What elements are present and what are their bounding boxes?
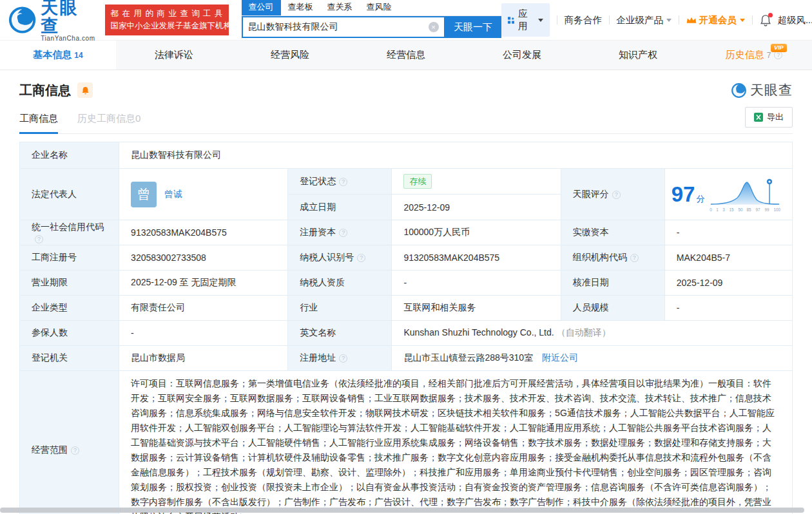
legal-rep-name-link[interactable]: 曾诚 — [164, 189, 182, 200]
staff-size-label: 人员规模 — [561, 296, 664, 321]
tab-operating-risk[interactable]: 经营风险 — [232, 41, 348, 70]
help-icon[interactable] — [630, 254, 639, 262]
credit-code-label: 统一社会信用代码 — [20, 220, 119, 245]
tab-count: 7 — [767, 51, 771, 60]
tab-legal-proceedings[interactable]: 法律诉讼 — [116, 41, 232, 70]
establish-date-label: 成立日期 — [288, 195, 392, 220]
search-tab-relation[interactable]: 查关系 — [320, 0, 360, 15]
subtab-history-business-info[interactable]: 历史工商信息0 — [77, 113, 140, 133]
divider — [557, 15, 557, 24]
taxpayer-id-label: 纳税人识别号 — [288, 245, 392, 271]
taxpayer-id-value: 91320583MAK204B575 — [392, 245, 561, 271]
reg-number-value: 320583002733508 — [119, 245, 288, 271]
excel-icon — [754, 113, 763, 122]
status-badge: 存续 — [403, 174, 432, 189]
chevron-down-icon — [740, 19, 745, 22]
reg-authority-label: 登记机关 — [20, 346, 119, 371]
company-nav-tabs: 基本信息 14 法律诉讼 经营风险 经营信息 公司发展 知识产权 VIP 历史信… — [0, 40, 812, 70]
nearby-companies-link[interactable]: 附近公司 — [542, 352, 578, 363]
apps-menu-label: 应用 — [518, 8, 531, 32]
reg-status-value: 存续 — [392, 169, 561, 195]
credit-code-value: 91320583MAK204B575 — [119, 220, 288, 245]
menu-business-cooperation[interactable]: 商务合作 — [565, 14, 602, 26]
notification-bell-icon[interactable] — [760, 14, 771, 26]
search-tab-risk[interactable]: 查风险 — [360, 0, 399, 15]
company-name-label: 企业名称 — [20, 142, 119, 169]
subscribe-bell-icon[interactable] — [77, 82, 93, 98]
legal-rep-label: 法定代表人 — [20, 169, 119, 220]
menu-enterprise-products[interactable]: 企业级产品 — [616, 14, 672, 26]
vip-badge: VIP — [771, 44, 787, 52]
promo-line-2: 国家中小企业发展子基金旗下机构 — [111, 20, 223, 32]
logo-title: 天眼查 — [41, 0, 95, 35]
search-button[interactable]: 天眼一下 — [445, 16, 501, 38]
section-head: 工商信息 天眼查 — [19, 81, 793, 99]
apps-menu[interactable]: 应用 — [501, 3, 550, 37]
subtab-business-info[interactable]: 工商信息 — [19, 113, 58, 133]
business-scope-value: 许可项目：互联网信息服务；第一类增值电信业务（依法须经批准的项目，经相关部门批准… — [119, 371, 793, 514]
apps-grid-icon — [508, 15, 514, 25]
score-distribution-chart: 01 315 5085 9799 100 — [710, 177, 782, 212]
tab-basic-info[interactable]: 基本信息 14 — [0, 41, 116, 70]
search-module: 查公司 查老板 查关系 查风险 × 天眼一下 — [242, 2, 501, 38]
tianyancha-watermark: 天眼查 — [731, 81, 793, 99]
org-code-value: MAK204B5-7 — [664, 245, 792, 271]
help-icon[interactable] — [35, 235, 43, 243]
paid-capital-value: - — [664, 220, 792, 245]
search-input-wrap: × — [242, 16, 445, 38]
help-icon[interactable] — [71, 446, 79, 455]
table-row: 企业名称 昆山数智科技有限公司 — [20, 142, 793, 169]
legal-rep-avatar[interactable]: 曾 — [131, 182, 157, 207]
tianyancha-logo[interactable]: 天眼查 TianYanCha.com — [8, 0, 96, 42]
top-menu: 应用 商务合作 企业级产品 开通会员 — [501, 3, 812, 37]
divider — [609, 15, 610, 24]
tab-history-info[interactable]: VIP 历史信息 7 — [696, 41, 812, 70]
reg-capital-label: 注册资本 — [288, 220, 392, 245]
menu-open-vip[interactable]: 开通会员 — [686, 14, 745, 26]
taxpayer-quality-label: 纳税人资质 — [288, 271, 392, 296]
promo-line-1: 都在用的商业查询工具 — [111, 8, 223, 20]
establish-date-value: 2025-12-09 — [392, 195, 561, 220]
org-code-label: 组织机构代码 — [561, 245, 664, 271]
table-row: 统一社会信用代码 91320583MAK204B575 注册资本 100000万… — [20, 220, 793, 245]
tab-intellectual-property[interactable]: 知识产权 — [580, 41, 696, 70]
section-title: 工商信息 — [19, 82, 71, 99]
help-icon[interactable] — [339, 354, 347, 363]
search-tab-company[interactable]: 查公司 — [242, 0, 281, 15]
taxpayer-quality-value: - — [392, 271, 561, 296]
table-row: 登记机关 昆山市数据局 注册地址 昆山市玉山镇登云路288号310室 附近公司 — [20, 346, 793, 371]
reg-authority-value: 昆山市数据局 — [119, 346, 288, 371]
watermark-text: 天眼查 — [750, 81, 793, 99]
help-icon[interactable] — [339, 229, 347, 237]
company-type-label: 企业类型 — [20, 296, 119, 321]
export-button[interactable]: 导出 — [745, 107, 793, 128]
search-input[interactable] — [243, 22, 429, 32]
english-name-value: Kunshan Shuzhi Technology Co., Ltd.（自动翻译… — [392, 321, 793, 346]
help-icon[interactable] — [357, 254, 365, 262]
tab-company-development[interactable]: 公司发展 — [464, 41, 580, 70]
help-icon[interactable] — [339, 178, 347, 186]
business-scope-label: 经营范围 — [20, 371, 119, 514]
table-row: 工商注册号 320583002733508 纳税人识别号 91320583MAK… — [20, 245, 793, 271]
approval-date-value: 2025-12-09 — [664, 271, 792, 296]
horizontal-scrollbar[interactable] — [0, 508, 804, 513]
tab-operating-info[interactable]: 经营信息 — [348, 41, 464, 70]
score-axis-ticks: 01 315 5085 9799 100 — [710, 207, 780, 212]
insured-count-value: - — [119, 321, 288, 346]
business-info-table: 企业名称 昆山数智科技有限公司 法定代表人 曾 曾诚 登记状态 存续 天眼评分 — [19, 142, 793, 514]
promo-banner: 都在用的商业查询工具 国家中小企业发展子基金旗下机构 — [105, 5, 229, 35]
help-icon[interactable] — [612, 191, 621, 199]
reg-number-label: 工商注册号 — [20, 245, 119, 271]
table-row: 经营范围 许可项目：互联网信息服务；第一类增值电信业务（依法须经批准的项目，经相… — [20, 371, 793, 514]
tianyancha-company-page: 天眼查 TianYanCha.com 都在用的商业查询工具 国家中小企业发展子基… — [0, 0, 812, 514]
menu-super-risk[interactable]: 超级风... — [778, 14, 812, 26]
top-header: 天眼查 TianYanCha.com 都在用的商业查询工具 国家中小企业发展子基… — [0, 0, 812, 40]
reg-address-value: 昆山市玉山镇登云路288号310室 附近公司 — [392, 346, 793, 371]
divider — [679, 15, 679, 24]
search-tab-boss[interactable]: 查老板 — [281, 0, 320, 15]
subtabs-row: 工商信息 历史工商信息0 导出 — [19, 107, 793, 134]
clear-search-icon[interactable]: × — [429, 22, 439, 32]
table-row: 企业类型 有限责任公司 行业 互联网和相关服务 人员规模 - — [20, 296, 793, 321]
score-number: 97分 — [672, 182, 705, 207]
insured-count-label: 参保人数 — [20, 321, 119, 346]
